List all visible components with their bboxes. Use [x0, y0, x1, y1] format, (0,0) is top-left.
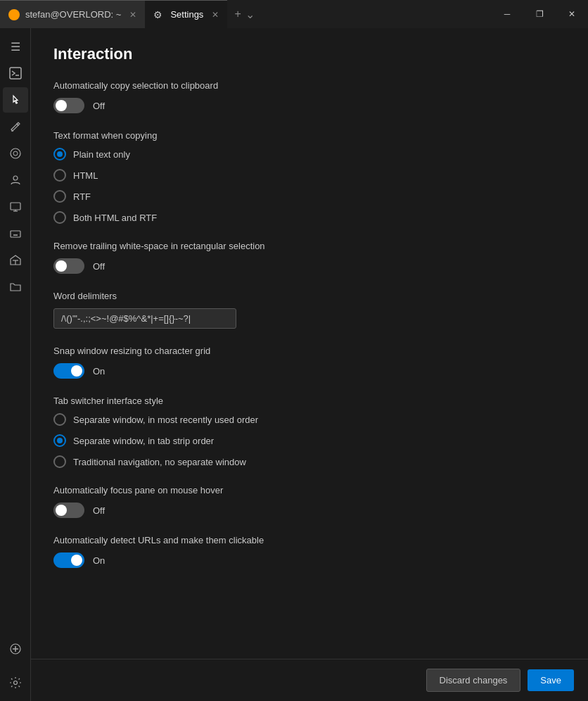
svg-point-3	[11, 149, 20, 158]
svg-rect-6	[11, 203, 20, 210]
detect-urls-toggle[interactable]	[53, 552, 84, 568]
svg-point-19	[13, 681, 17, 685]
tab-settings[interactable]: ⚙ Settings ✕	[145, 0, 227, 28]
tab-switcher-radio-group: Separate window, in most recently used o…	[53, 413, 565, 468]
close-button[interactable]: ✕	[556, 0, 588, 28]
sidebar-item-profile[interactable]	[3, 168, 28, 193]
sidebar-item-edit[interactable]	[3, 114, 28, 139]
radio-label-tab-strip: Separate window, in tab strip order	[73, 436, 214, 446]
save-button[interactable]: Save	[528, 669, 574, 691]
radio-html[interactable]: HTML	[53, 169, 565, 182]
sidebar-item-keyboard[interactable]	[3, 221, 28, 246]
auto-focus-toggle[interactable]	[53, 503, 84, 518]
detect-urls-state: On	[93, 555, 105, 566]
snap-window-toggle[interactable]	[53, 363, 84, 379]
restore-button[interactable]: ❐	[523, 0, 556, 28]
radio-rtf[interactable]: RTF	[53, 190, 565, 203]
sidebar-item-display[interactable]	[3, 194, 28, 220]
svg-rect-9	[11, 231, 20, 237]
radio-circle-traditional	[53, 455, 66, 468]
auto-focus-label: Automatically focus pane on mouse hover	[53, 485, 565, 495]
radio-circle-rtf	[53, 190, 66, 203]
remove-trailing-group: Remove trailing white-space in rectangul…	[53, 241, 565, 274]
radio-circle-both	[53, 211, 66, 224]
tab-settings-close[interactable]: ✕	[212, 10, 219, 20]
page-title: Interaction	[53, 45, 565, 63]
detect-urls-label: Automatically detect URLs and make them …	[53, 535, 565, 545]
word-delimiters-group: Word delimiters	[53, 291, 565, 329]
radio-label-rtf: RTF	[73, 191, 91, 202]
radio-label-traditional: Traditional navigation, no separate wind…	[73, 457, 246, 467]
sidebar-item-folder[interactable]	[3, 274, 28, 300]
auto-copy-state: Off	[93, 101, 105, 111]
auto-copy-label: Automatically copy selection to clipboar…	[53, 80, 565, 91]
tab-settings-label: Settings	[170, 9, 203, 20]
text-format-radio-group: Plain text only HTML RTF Both HTML and R…	[53, 148, 565, 224]
bottom-bar: Discard changes Save	[31, 659, 588, 701]
remove-trailing-label: Remove trailing white-space in rectangul…	[53, 241, 565, 251]
radio-circle-mru	[53, 413, 66, 426]
sidebar: ☰	[0, 28, 31, 701]
new-tab-button[interactable]: + ⌄	[227, 8, 261, 21]
radio-label-plain-text: Plain text only	[73, 149, 130, 160]
new-tab-plus-icon: +	[234, 8, 241, 20]
word-delimiters-label: Word delimiters	[53, 291, 565, 301]
detect-urls-group: Automatically detect URLs and make them …	[53, 535, 565, 568]
window-controls: ─ ❐ ✕	[491, 0, 588, 28]
radio-label-both: Both HTML and RTF	[73, 213, 157, 223]
auto-copy-group: Automatically copy selection to clipboar…	[53, 80, 565, 113]
auto-focus-toggle-row: Off	[53, 503, 565, 518]
radio-circle-plain-text	[53, 148, 66, 160]
auto-copy-toggle[interactable]	[53, 98, 84, 113]
text-format-label: Text format when copying	[53, 130, 565, 141]
remove-trailing-toggle[interactable]	[53, 258, 84, 274]
text-format-group: Text format when copying Plain text only…	[53, 130, 565, 224]
snap-window-toggle-row: On	[53, 363, 565, 379]
titlebar: stefan@OVERLORD: ~ ✕ ⚙ Settings ✕ + ⌄ ─ …	[0, 0, 588, 28]
main-layout: ☰	[0, 28, 588, 701]
sidebar-item-add[interactable]	[3, 636, 28, 662]
radio-mru[interactable]: Separate window, in most recently used o…	[53, 413, 565, 426]
svg-point-4	[13, 151, 18, 156]
sidebar-item-terminal[interactable]	[3, 61, 28, 86]
auto-copy-toggle-row: Off	[53, 98, 565, 113]
auto-focus-group: Automatically focus pane on mouse hover …	[53, 485, 565, 518]
snap-window-label: Snap window resizing to character grid	[53, 346, 565, 356]
snap-window-group: Snap window resizing to character grid O…	[53, 346, 565, 379]
sidebar-item-gamepad[interactable]	[3, 141, 28, 166]
radio-circle-tab-strip	[53, 434, 66, 447]
radio-circle-html	[53, 169, 66, 182]
settings-tab-icon: ⚙	[153, 9, 165, 20]
remove-trailing-state: Off	[93, 261, 105, 272]
radio-plain-text[interactable]: Plain text only	[53, 148, 565, 160]
sidebar-item-brand[interactable]	[3, 248, 28, 273]
tab-switcher-label: Tab switcher interface style	[53, 396, 565, 406]
tab-switcher-group: Tab switcher interface style Separate wi…	[53, 396, 565, 468]
auto-focus-state: Off	[93, 505, 105, 516]
radio-label-mru: Separate window, in most recently used o…	[73, 415, 258, 425]
sidebar-item-settings[interactable]	[3, 670, 28, 695]
tab-terminal[interactable]: stefan@OVERLORD: ~ ✕	[0, 0, 145, 28]
radio-tab-strip[interactable]: Separate window, in tab strip order	[53, 434, 565, 447]
snap-window-state: On	[93, 366, 105, 377]
minimize-button[interactable]: ─	[491, 0, 523, 28]
settings-scroll-area: Interaction Automatically copy selection…	[31, 28, 588, 659]
radio-label-html: HTML	[73, 170, 98, 181]
sidebar-item-interaction[interactable]	[3, 87, 28, 113]
svg-point-5	[13, 176, 18, 180]
remove-trailing-toggle-row: Off	[53, 258, 565, 274]
discard-changes-button[interactable]: Discard changes	[426, 669, 521, 692]
word-delimiters-input[interactable]	[53, 308, 236, 329]
radio-traditional[interactable]: Traditional navigation, no separate wind…	[53, 455, 565, 468]
tab-terminal-label: stefan@OVERLORD: ~	[25, 9, 121, 20]
tab-terminal-close[interactable]: ✕	[129, 10, 136, 20]
new-tab-chevron-icon: ⌄	[245, 8, 255, 21]
content-area: Interaction Automatically copy selection…	[31, 28, 588, 701]
detect-urls-toggle-row: On	[53, 552, 565, 568]
terminal-tab-icon	[8, 9, 20, 20]
radio-both[interactable]: Both HTML and RTF	[53, 211, 565, 224]
sidebar-item-menu[interactable]: ☰	[3, 34, 28, 59]
